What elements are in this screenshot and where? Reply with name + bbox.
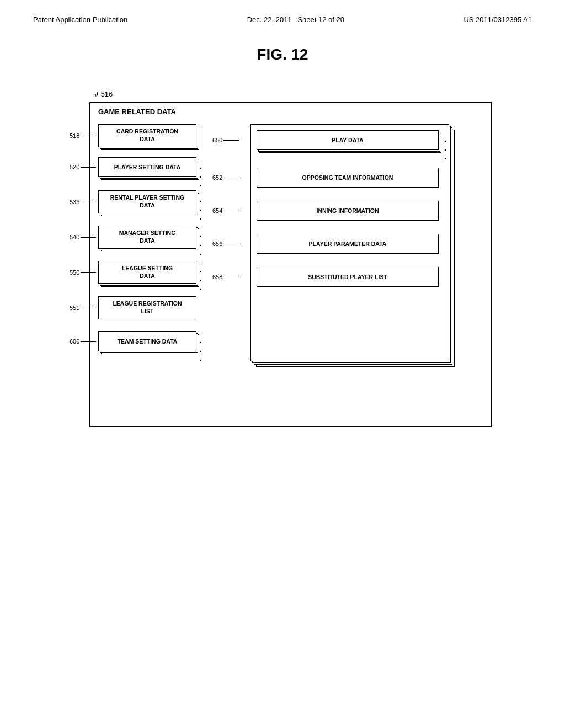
- block-540: MANAGER SETTINGDATA 540 . . .: [98, 226, 196, 249]
- ref-label-600: 600: [70, 338, 96, 345]
- diagram-area: ↲ 516 GAME RELATED DATA CARD REGISTRATIO…: [56, 80, 509, 422]
- dots-600: . . .: [200, 336, 202, 362]
- block-518: CARD REGISTRATIONDATA 518: [98, 124, 196, 147]
- dots-650: . . .: [444, 135, 446, 161]
- block-536: RENTAL PLAYER SETTINGDATA 536 . . .: [98, 190, 196, 213]
- ref-label-654: 654: [212, 207, 239, 214]
- outer-box: GAME RELATED DATA CARD REGISTRATIONDATA …: [89, 102, 492, 427]
- header-right: US 2011/0312395 A1: [463, 15, 532, 24]
- ref-label-518: 518: [70, 132, 96, 139]
- right-group: PLAY DATA 650 . . . OPPOSING TEAM INFORM…: [250, 124, 449, 361]
- dots-520: . . .: [200, 162, 202, 188]
- ref-label-656: 656: [212, 240, 239, 247]
- block-550: LEAGUE SETTINGDATA 550 . . .: [98, 261, 196, 284]
- ref-label-536: 536: [70, 199, 96, 205]
- ref-label-650: 650: [212, 137, 239, 143]
- ref-label-540: 540: [70, 234, 96, 240]
- block-656: PLAYER PARAMETER DATA 656: [257, 234, 439, 254]
- ref-label-550: 550: [70, 269, 96, 276]
- block-520: PLAYER SETTING DATA 520 . . .: [98, 157, 196, 177]
- outer-box-label: GAME RELATED DATA: [98, 108, 176, 116]
- dots-540: . . .: [200, 230, 202, 256]
- figure-title: FIG. 12: [0, 46, 565, 63]
- page-header: Patent Application Publication Dec. 22, …: [0, 0, 565, 29]
- ref-label-551: 551: [70, 304, 96, 311]
- block-658: SUBSTITUTED PLAYER LIST 658: [257, 267, 439, 287]
- ref-label-520: 520: [70, 164, 96, 170]
- block-650: PLAY DATA 650 . . .: [257, 130, 439, 150]
- block-600: TEAM SETTING DATA 600 . . .: [98, 331, 196, 351]
- dots-550: . . .: [200, 265, 202, 292]
- ref-516: ↲ 516: [94, 90, 113, 98]
- block-654: INNING INFORMATION 654: [257, 201, 439, 221]
- header-left: Patent Application Publication: [33, 15, 127, 24]
- ref-label-658: 658: [212, 274, 239, 280]
- block-652: OPPOSING TEAM INFORMATION 652: [257, 168, 439, 188]
- dots-536: . . .: [200, 195, 202, 221]
- ref-label-652: 652: [212, 174, 239, 181]
- header-middle-date: Dec. 22, 2011 Sheet 12 of 20: [247, 15, 344, 24]
- block-551: LEAGUE REGISTRATIONLIST 551: [98, 296, 196, 319]
